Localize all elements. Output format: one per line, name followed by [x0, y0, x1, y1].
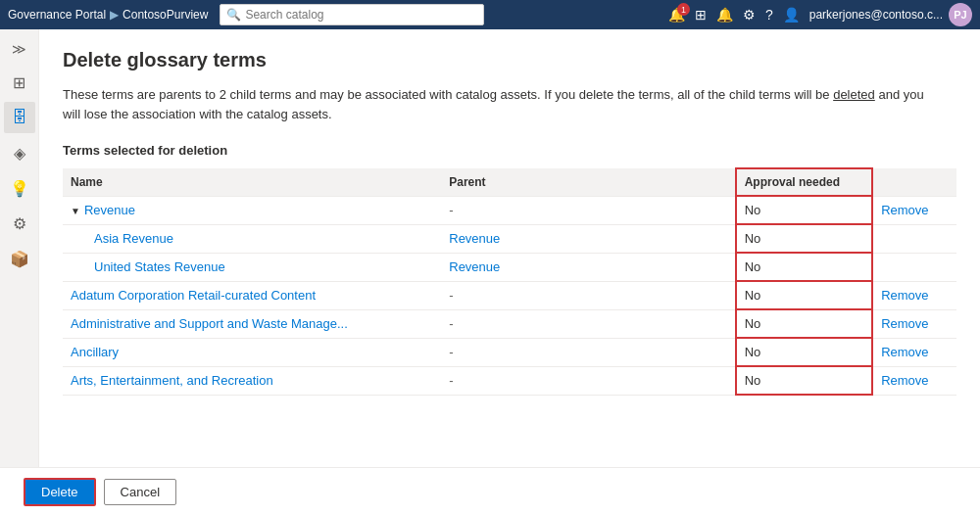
section-title: Terms selected for deletion — [63, 143, 956, 158]
table-row: United States RevenueRevenueNo — [63, 253, 956, 281]
term-action — [872, 253, 956, 281]
sidebar-item-glossary[interactable]: ◈ — [4, 137, 35, 168]
delete-button[interactable]: Delete — [24, 478, 96, 506]
person-icon[interactable]: 👤 — [783, 7, 800, 23]
remove-link[interactable]: Remove — [881, 373, 928, 388]
search-icon: 🔍 — [226, 8, 241, 22]
remove-link[interactable]: Remove — [881, 316, 928, 331]
term-approval: No — [736, 224, 872, 253]
settings-icon[interactable]: ⚙ — [743, 7, 756, 23]
sidebar-item-home[interactable]: ⊞ — [4, 67, 35, 98]
switch-icon[interactable]: ⊞ — [695, 7, 707, 23]
topnav: Governance Portal ▶ ContosoPurview 🔍 🔔 1… — [0, 0, 980, 29]
term-name-link[interactable]: United States Revenue — [71, 259, 225, 274]
avatar: PJ — [949, 3, 972, 26]
term-parent: - — [441, 281, 735, 309]
term-parent: Revenue — [441, 224, 735, 253]
term-action: Remove — [872, 338, 956, 366]
term-parent: - — [441, 196, 735, 224]
table-row: Asia RevenueRevenueNo — [63, 224, 956, 253]
brand-title: Governance Portal — [8, 8, 106, 22]
remove-link[interactable]: Remove — [881, 288, 928, 303]
term-action: Remove — [872, 366, 956, 395]
term-action: Remove — [872, 281, 956, 309]
term-name-link[interactable]: Ancillary — [71, 345, 119, 359]
remove-link[interactable]: Remove — [881, 203, 928, 217]
col-header-parent: Parent — [441, 168, 735, 196]
cancel-button[interactable]: Cancel — [104, 479, 176, 505]
deleted-word: deleted — [833, 87, 875, 102]
term-action: Remove — [872, 309, 956, 338]
term-approval: No — [736, 338, 872, 366]
term-name-link[interactable]: Adatum Corporation Retail-curated Conten… — [71, 288, 316, 303]
term-approval: No — [736, 253, 872, 281]
search-box[interactable]: 🔍 — [220, 4, 484, 25]
table-row: Adatum Corporation Retail-curated Conten… — [63, 281, 956, 309]
bell-icon[interactable]: 🔔 — [716, 7, 733, 23]
sidebar-item-data[interactable]: 🗄 — [4, 102, 35, 133]
term-parent: - — [441, 338, 735, 366]
term-approval: No — [736, 281, 872, 309]
chevron-icon: ▼ — [71, 206, 80, 216]
remove-link[interactable]: Remove — [881, 345, 928, 359]
term-action: Remove — [872, 196, 956, 224]
warning-text: These terms are parents to 2 child terms… — [63, 85, 945, 123]
sidebar-item-insights[interactable]: 💡 — [4, 172, 35, 204]
page-title: Delete glossary terms — [63, 49, 956, 71]
term-approval: No — [736, 309, 872, 338]
term-name-link[interactable]: Arts, Entertainment, and Recreation — [71, 373, 273, 388]
search-input[interactable] — [245, 8, 477, 22]
brand-area: Governance Portal ▶ ContosoPurview — [8, 8, 208, 22]
col-header-name: Name — [63, 168, 441, 196]
footer: Delete Cancel — [0, 467, 980, 516]
notification-badge: 1 — [677, 3, 690, 16]
topnav-icons: 🔔 1 ⊞ 🔔 ⚙ ? 👤 parkerjones@contoso.c... P… — [668, 3, 972, 26]
term-name-link[interactable]: Asia Revenue — [71, 231, 173, 246]
terms-table: Name Parent Approval needed ▼Revenue-NoR… — [63, 167, 956, 396]
term-name-link[interactable]: Revenue — [84, 203, 135, 217]
main-layout: ≫ ⊞ 🗄 ◈ 💡 ⚙ 📦 Delete glossary terms Thes… — [0, 29, 980, 467]
table-row: Ancillary-NoRemove — [63, 338, 956, 366]
term-parent: - — [441, 309, 735, 338]
brand-sep: ▶ — [110, 8, 119, 22]
help-icon[interactable]: ? — [765, 7, 773, 23]
term-parent: - — [441, 366, 735, 395]
term-action — [872, 224, 956, 253]
term-parent: Revenue — [441, 253, 735, 281]
sidebar-toggle[interactable]: ≫ — [4, 35, 35, 63]
table-row: Arts, Entertainment, and Recreation-NoRe… — [63, 366, 956, 395]
col-header-action — [872, 168, 956, 196]
content-area: Delete glossary terms These terms are pa… — [39, 29, 980, 467]
user-name: parkerjones@contoso.c... — [809, 8, 943, 22]
term-approval: No — [736, 196, 872, 224]
user-menu[interactable]: parkerjones@contoso.c... PJ — [809, 3, 972, 26]
table-row: Administrative and Support and Waste Man… — [63, 309, 956, 338]
table-row: ▼Revenue-NoRemove — [63, 196, 956, 224]
term-name-link[interactable]: Administrative and Support and Waste Man… — [71, 316, 348, 331]
sidebar-item-archive[interactable]: 📦 — [4, 243, 35, 274]
sidebar: ≫ ⊞ 🗄 ◈ 💡 ⚙ 📦 — [0, 29, 39, 467]
term-approval: No — [736, 366, 872, 395]
col-header-approval: Approval needed — [736, 168, 872, 196]
brand-purview: ContosoPurview — [122, 8, 208, 22]
notification-icon[interactable]: 🔔 1 — [668, 7, 685, 23]
sidebar-item-management[interactable]: ⚙ — [4, 208, 35, 239]
